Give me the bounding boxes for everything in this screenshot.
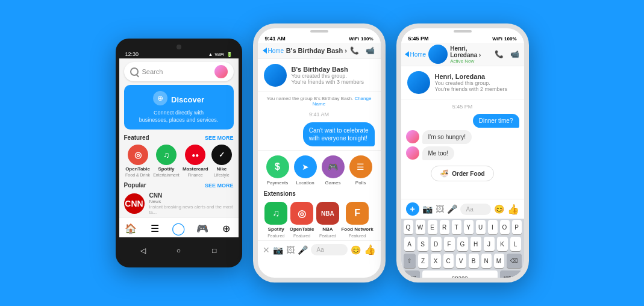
key-q[interactable]: Q <box>404 220 413 234</box>
plus-button[interactable]: + <box>406 202 419 216</box>
camera-icon-right[interactable]: 📷 <box>422 204 433 214</box>
back-button-right[interactable]: Home <box>405 51 427 58</box>
return-key[interactable]: return <box>500 270 522 283</box>
key-e[interactable]: E <box>428 220 437 234</box>
key-z[interactable]: Z <box>418 254 428 268</box>
key-h[interactable]: H <box>470 237 481 251</box>
back-button[interactable]: ◁ <box>137 245 148 256</box>
messenger-icon[interactable]: ◯ <box>172 222 185 235</box>
foodnetwork-app-icon: F <box>346 202 369 225</box>
key-d[interactable]: D <box>431 237 442 251</box>
phone-icon-right[interactable]: 📞 <box>494 49 505 60</box>
polls-icon: ☰ <box>349 155 372 178</box>
spotify-name: Spotify <box>158 166 174 172</box>
emoji-icon-center[interactable]: 😊 <box>351 245 361 255</box>
key-x[interactable]: X <box>431 254 441 268</box>
nike-cat: Lifestyle <box>214 173 230 177</box>
discover-banner[interactable]: ⊕ Discover Connect directly withbusiness… <box>124 85 234 130</box>
key-g[interactable]: G <box>457 237 468 251</box>
key-n[interactable]: N <box>481 254 492 268</box>
key-l[interactable]: L <box>510 237 521 251</box>
key-v[interactable]: V <box>456 254 466 268</box>
compass-nav-icon[interactable]: ⊕ <box>220 222 233 235</box>
location-button[interactable]: ➤ Location <box>294 155 317 186</box>
list-item[interactable]: ♫ Spotify Entertainment <box>153 145 180 177</box>
image-icon-right[interactable]: 🖼 <box>436 204 444 214</box>
message-input-center[interactable]: Aa <box>311 244 348 255</box>
key-a[interactable]: A <box>404 237 415 251</box>
home-nav-icon[interactable]: 🏠 <box>124 222 137 235</box>
order-food-button[interactable]: 🍜 Order Food <box>431 166 493 181</box>
mic-icon-center[interactable]: 🎤 <box>298 245 308 255</box>
like-icon-right[interactable]: 👍 <box>507 204 519 215</box>
group-name: B's Birthday Bash <box>292 66 375 73</box>
home-button[interactable]: ○ <box>173 245 184 256</box>
like-icon-center[interactable]: 👍 <box>364 244 376 255</box>
key-c[interactable]: C <box>443 254 454 268</box>
camera-icon-center[interactable]: 📷 <box>273 245 283 255</box>
opentable-app[interactable]: ◎ OpenTable Featured <box>290 202 314 238</box>
list-item[interactable]: ◎ OpenTable Food & Drink <box>125 145 150 177</box>
polls-button[interactable]: ☰ Polls <box>349 155 372 186</box>
right-group-avatar[interactable] <box>428 45 448 64</box>
image-icon-center[interactable]: 🖼 <box>286 245 295 255</box>
key-p[interactable]: P <box>512 220 522 234</box>
right-group-name: Henri, Loredana › <box>450 45 491 58</box>
delete-key[interactable]: ⌫ <box>507 254 522 268</box>
key-r[interactable]: R <box>440 220 449 234</box>
key-u[interactable]: U <box>476 220 486 234</box>
battery-right: 100% <box>504 36 516 42</box>
extensions-panel: $ Payments ➤ Location 🎮 Games ☰ Polls Ex… <box>258 150 381 240</box>
android-statusbar: 12:30 ▲ WiFi 🔋 <box>119 49 239 58</box>
list-nav-icon[interactable]: ☰ <box>148 222 161 235</box>
key-y[interactable]: Y <box>464 220 474 234</box>
key-f[interactable]: F <box>444 237 455 251</box>
games-nav-icon[interactable]: 🎮 <box>196 222 209 235</box>
key-w[interactable]: W <box>416 220 425 234</box>
android-search-bar[interactable]: Search <box>124 62 234 81</box>
back-button-center[interactable]: Home <box>263 48 284 54</box>
key-i[interactable]: I <box>488 220 498 234</box>
list-item[interactable]: ✓ Nike Lifestyle <box>211 145 232 177</box>
games-button[interactable]: 🎮 Games <box>322 155 345 186</box>
opentable-name: OpenTable <box>125 166 150 172</box>
recents-button[interactable]: □ <box>209 245 220 256</box>
phone-icon[interactable]: 📞 <box>349 45 360 56</box>
popular-see-more[interactable]: SEE MORE <box>205 183 234 189</box>
right-chat-info: Henri, Loredana You created this group. … <box>435 73 518 92</box>
list-item[interactable]: ●● Mastercard Finance <box>183 145 208 177</box>
key-k[interactable]: K <box>497 237 508 251</box>
mic-icon-right[interactable]: 🎤 <box>447 204 457 214</box>
change-name-link[interactable]: Change Name <box>313 96 372 107</box>
ios-speaker-right <box>454 30 472 33</box>
video-icon[interactable]: 📹 <box>365 45 376 56</box>
incoming-bubble-1: I'm so hungry! <box>422 130 472 144</box>
numbers-key[interactable]: 123 <box>404 270 420 283</box>
foodnetwork-app[interactable]: F Food Network Featured <box>341 202 373 238</box>
key-m[interactable]: M <box>494 254 504 268</box>
message-input-right[interactable]: Aa <box>460 204 491 215</box>
wifi-icon-a: WiFi <box>215 52 225 57</box>
popular-label: Popular <box>124 182 146 189</box>
android-screen: Search ⊕ Discover Connect directly withb… <box>119 58 239 238</box>
payments-button[interactable]: $ Payments <box>266 155 289 186</box>
nba-app[interactable]: NBA NBA Featured <box>316 202 339 238</box>
emoji-icon-right[interactable]: 😊 <box>494 204 504 214</box>
key-j[interactable]: J <box>484 237 495 251</box>
spotify-app[interactable]: ♫ Spotify Featured <box>264 202 287 238</box>
key-b[interactable]: B <box>469 254 479 268</box>
back-label-center: Home <box>268 48 284 54</box>
shift-key[interactable]: ⇧ <box>404 254 416 268</box>
list-item[interactable]: CNN CNN News Instant breaking news alert… <box>119 190 239 217</box>
key-t[interactable]: T <box>452 220 461 234</box>
opentable-app-tag: Featured <box>293 234 310 238</box>
close-icon-center[interactable]: ✕ <box>263 245 270 255</box>
key-s[interactable]: S <box>417 237 428 251</box>
keyboard-row-1: Q W E R T Y U I O P <box>401 219 524 236</box>
key-o[interactable]: O <box>500 220 510 234</box>
incoming-avatar-2 <box>406 146 419 160</box>
featured-see-more[interactable]: SEE MORE <box>205 135 234 141</box>
space-key[interactable]: space <box>422 270 498 283</box>
video-icon-right[interactable]: 📹 <box>510 49 521 60</box>
mastercard-icon: ●● <box>185 145 205 165</box>
